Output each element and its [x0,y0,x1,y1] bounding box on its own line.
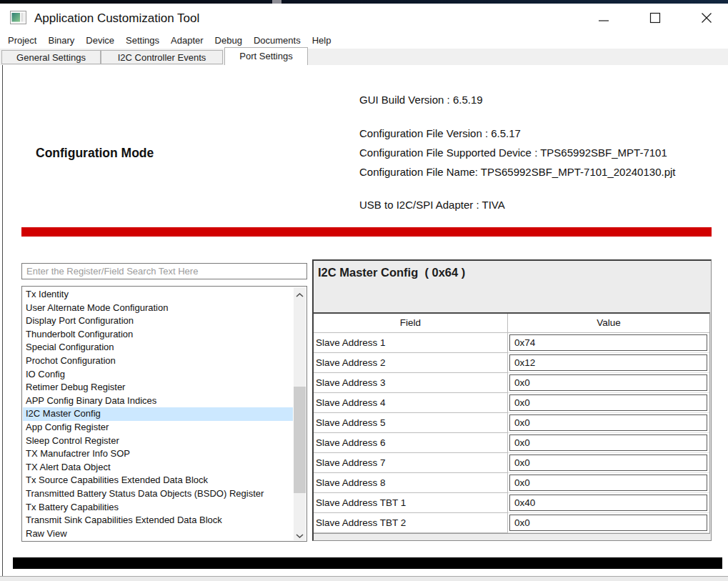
close-icon [701,12,712,26]
value-cell: 0x0 [508,413,709,433]
value-input[interactable]: 0x0 [509,475,707,491]
list-item[interactable]: Transmitted Battery Status Data Objects … [23,487,293,501]
table-row: Slave Address TBT 10x40 [314,493,709,513]
value-input[interactable]: 0x12 [509,354,707,371]
list-item[interactable]: Raw View [23,527,293,540]
list-scrollbar[interactable] [294,287,306,540]
register-listbox: Tx IdentityUser Alternate Mode Configura… [21,286,307,542]
maximize-button[interactable] [642,8,668,29]
menu-item-adapter[interactable]: Adapter [165,35,209,46]
field-label: Slave Address 7 [314,453,508,473]
register-table-header: Field Value [314,314,709,333]
list-item[interactable]: User Alternate Mode Configuration [23,302,293,315]
menu-item-debug[interactable]: Debug [209,35,248,46]
field-label: Slave Address TBT 1 [314,493,508,513]
value-input[interactable]: 0x40 [509,495,707,511]
value-input[interactable]: 0x0 [509,455,707,471]
list-item[interactable]: APP Config Binary Data Indices [23,394,293,408]
config-file-version-text: Configuration File Version : 6.5.17 [359,127,521,139]
tab-bar: General SettingsI2C Controller EventsPor… [0,49,728,65]
config-file-supported-device-text: Configuration File Supported Device : TP… [359,147,667,159]
value-input[interactable]: 0x0 [509,414,707,431]
list-item[interactable]: Thunderbolt Configuration [23,328,293,342]
register-list-items: Tx IdentityUser Alternate Mode Configura… [23,288,293,540]
value-cell: 0x12 [508,353,709,373]
value-cell: 0x0 [508,513,709,533]
bottom-strip [0,576,728,581]
list-item[interactable]: Special Configuration [23,341,293,354]
scroll-down-button[interactable] [294,528,306,540]
tab-general-settings[interactable]: General Settings [1,50,101,64]
field-label: Slave Address 5 [314,413,508,433]
column-header-field: Field [314,314,508,332]
value-input[interactable]: 0x0 [509,394,707,411]
table-row: Slave Address 40x0 [314,393,709,413]
gui-build-version-text: GUI Build Version : 6.5.19 [359,94,483,106]
field-label: Slave Address 3 [314,373,508,393]
list-item[interactable]: Tx Source Capabilities Extended Data Blo… [23,474,293,487]
field-label: Slave Address 6 [314,433,508,453]
table-row: Slave Address TBT 20x0 [314,513,709,533]
chevron-up-icon [296,287,304,300]
window-title: Application Customization Tool [34,11,199,26]
list-item[interactable]: App Config Register [23,421,293,434]
value-input[interactable]: 0x74 [509,334,707,351]
maximize-icon [649,12,661,26]
menu-item-settings[interactable]: Settings [120,35,165,46]
value-cell: 0x40 [508,493,709,513]
adapter-text: USB to I2C/SPI Adapter : TIVA [359,199,505,211]
value-input[interactable]: 0x0 [509,374,707,391]
application-window: Application Customization Tool ProjectBi… [0,0,728,581]
tab-i2c-controller-events[interactable]: I2C Controller Events [101,50,223,64]
configuration-mode-label: Configuration Mode [36,146,154,161]
value-input[interactable]: 0x0 [509,434,707,451]
value-cell: 0x0 [508,373,709,393]
scroll-up-button[interactable] [294,287,306,299]
table-row: Slave Address 80x0 [314,473,709,493]
menu-item-documents[interactable]: Documents [248,35,306,46]
list-item[interactable]: I2C Master Config [23,407,293,421]
list-item[interactable]: Display Port Configuration [23,314,293,328]
scrollbar-thumb[interactable] [294,387,306,493]
column-header-value: Value [508,314,709,332]
register-search-input[interactable] [21,263,307,279]
register-detail-panel: I2C Master Config ( 0x64 ) Field Value S… [312,259,712,541]
list-item[interactable]: TX Alert Data Object [23,461,293,475]
minimize-button[interactable] [591,8,617,29]
field-label: Slave Address TBT 2 [314,513,508,533]
value-input[interactable]: 0x0 [509,515,707,531]
table-row: Slave Address 30x0 [314,373,709,393]
list-item[interactable]: Retimer Debug Register [23,381,293,394]
value-cell: 0x0 [508,433,709,453]
register-table: Field Value Slave Address 10x74Slave Add… [314,312,710,534]
list-item[interactable]: Tx Identity [23,288,293,302]
menu-bar: ProjectBinaryDeviceSettingsAdapterDebugD… [0,32,728,49]
list-item[interactable]: Prochot Configuration [23,354,293,368]
list-item[interactable]: TX Manufactrer Info SOP [23,447,293,461]
menu-item-device[interactable]: Device [80,35,120,46]
minimize-icon [598,12,609,26]
app-window-icon [10,11,26,27]
list-item[interactable]: Tx Battery Capabilities [23,501,293,515]
register-table-body: Slave Address 10x74Slave Address 20x12Sl… [314,333,709,533]
menu-item-project[interactable]: Project [2,35,42,46]
value-cell: 0x0 [508,473,709,493]
status-red-bar [21,227,712,237]
table-row: Slave Address 10x74 [314,333,709,353]
table-row: Slave Address 20x12 [314,353,709,373]
close-button[interactable] [694,8,719,29]
window-left-border [2,65,3,576]
menu-item-binary[interactable]: Binary [42,35,80,46]
register-panel-title: I2C Master Config ( 0x64 ) [318,266,465,279]
menu-item-help[interactable]: Help [306,35,337,46]
list-item[interactable]: Transmit Sink Capabilities Extended Data… [23,514,293,527]
field-label: Slave Address 1 [314,333,508,353]
table-row: Slave Address 60x0 [314,433,709,453]
config-file-name-text: Configuration File Name: TPS65992SBF_MPT… [359,166,676,178]
list-item[interactable]: IO Config [23,368,293,382]
field-label: Slave Address 8 [314,473,508,493]
tab-port-settings[interactable]: Port Settings [224,47,308,65]
list-item[interactable]: Sleep Control Register [23,434,293,448]
field-label: Slave Address 2 [314,353,508,373]
value-cell: 0x0 [508,393,709,413]
